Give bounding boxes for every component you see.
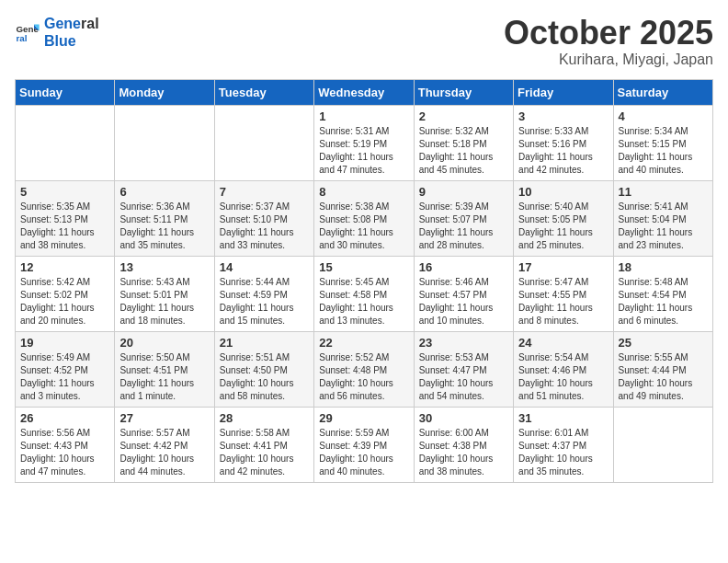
day-number: 20 bbox=[119, 336, 209, 350]
calendar-cell: 21Sunrise: 5:51 AM Sunset: 4:50 PM Dayli… bbox=[214, 331, 313, 407]
day-info: Sunrise: 5:31 AM Sunset: 5:19 PM Dayligh… bbox=[319, 125, 408, 177]
day-info: Sunrise: 5:41 AM Sunset: 5:04 PM Dayligh… bbox=[619, 201, 708, 252]
day-info: Sunrise: 5:53 AM Sunset: 4:47 PM Dayligh… bbox=[419, 351, 508, 403]
calendar-week-5: 26Sunrise: 5:56 AM Sunset: 4:43 PM Dayli… bbox=[16, 407, 713, 482]
calendar-cell bbox=[16, 105, 115, 180]
calendar-cell: 9Sunrise: 5:39 AM Sunset: 5:07 PM Daylig… bbox=[414, 180, 513, 256]
day-info: Sunrise: 5:59 AM Sunset: 4:39 PM Dayligh… bbox=[319, 427, 408, 478]
calendar-cell: 18Sunrise: 5:48 AM Sunset: 4:54 PM Dayli… bbox=[613, 256, 712, 331]
calendar-table: SundayMondayTuesdayWednesdayThursdayFrid… bbox=[15, 79, 713, 483]
day-number: 25 bbox=[619, 336, 708, 350]
day-info: Sunrise: 5:42 AM Sunset: 5:02 PM Dayligh… bbox=[20, 276, 109, 327]
calendar-cell bbox=[613, 407, 712, 482]
day-number: 28 bbox=[220, 411, 309, 425]
calendar-week-2: 5Sunrise: 5:35 AM Sunset: 5:13 PM Daylig… bbox=[16, 180, 713, 256]
day-number: 27 bbox=[119, 411, 209, 425]
calendar-subtitle: Kurihara, Miyagi, Japan bbox=[504, 52, 713, 68]
day-info: Sunrise: 5:58 AM Sunset: 4:41 PM Dayligh… bbox=[220, 427, 309, 478]
calendar-cell: 19Sunrise: 5:49 AM Sunset: 4:52 PM Dayli… bbox=[16, 331, 115, 407]
calendar-cell: 5Sunrise: 5:35 AM Sunset: 5:13 PM Daylig… bbox=[16, 180, 115, 256]
calendar-cell: 6Sunrise: 5:36 AM Sunset: 5:11 PM Daylig… bbox=[115, 180, 214, 256]
day-number: 9 bbox=[419, 185, 508, 199]
weekday-header-saturday: Saturday bbox=[613, 79, 712, 105]
calendar-cell: 7Sunrise: 5:37 AM Sunset: 5:10 PM Daylig… bbox=[214, 180, 313, 256]
title-block: October 2025 Kurihara, Miyagi, Japan bbox=[504, 15, 713, 68]
day-info: Sunrise: 5:49 AM Sunset: 4:52 PM Dayligh… bbox=[20, 351, 109, 403]
calendar-cell: 10Sunrise: 5:40 AM Sunset: 5:05 PM Dayli… bbox=[514, 180, 613, 256]
calendar-cell bbox=[115, 105, 214, 180]
calendar-cell: 16Sunrise: 5:46 AM Sunset: 4:57 PM Dayli… bbox=[414, 256, 513, 331]
page-header: Gene ral General Blue October 2025 Kurih… bbox=[15, 15, 713, 68]
day-number: 12 bbox=[20, 260, 109, 274]
calendar-cell: 31Sunrise: 6:01 AM Sunset: 4:37 PM Dayli… bbox=[514, 407, 613, 482]
day-info: Sunrise: 5:35 AM Sunset: 5:13 PM Dayligh… bbox=[20, 201, 109, 252]
logo-icon: Gene ral bbox=[15, 19, 40, 45]
day-info: Sunrise: 5:46 AM Sunset: 4:57 PM Dayligh… bbox=[419, 276, 508, 327]
day-number: 8 bbox=[319, 185, 408, 199]
calendar-cell: 22Sunrise: 5:52 AM Sunset: 4:48 PM Dayli… bbox=[314, 331, 414, 407]
svg-text:ral: ral bbox=[16, 33, 27, 43]
day-info: Sunrise: 5:43 AM Sunset: 5:01 PM Dayligh… bbox=[119, 276, 209, 327]
day-number: 17 bbox=[518, 260, 608, 274]
weekday-header-sunday: Sunday bbox=[16, 79, 115, 105]
day-number: 11 bbox=[619, 185, 708, 199]
logo: Gene ral General Blue bbox=[15, 15, 99, 50]
day-info: Sunrise: 6:01 AM Sunset: 4:37 PM Dayligh… bbox=[518, 427, 608, 478]
day-number: 26 bbox=[20, 411, 109, 425]
calendar-week-4: 19Sunrise: 5:49 AM Sunset: 4:52 PM Dayli… bbox=[16, 331, 713, 407]
day-info: Sunrise: 5:39 AM Sunset: 5:07 PM Dayligh… bbox=[419, 201, 508, 252]
weekday-header-monday: Monday bbox=[115, 79, 214, 105]
day-info: Sunrise: 5:47 AM Sunset: 4:55 PM Dayligh… bbox=[518, 276, 608, 327]
calendar-week-3: 12Sunrise: 5:42 AM Sunset: 5:02 PM Dayli… bbox=[16, 256, 713, 331]
calendar-cell: 12Sunrise: 5:42 AM Sunset: 5:02 PM Dayli… bbox=[16, 256, 115, 331]
day-number: 29 bbox=[319, 411, 408, 425]
day-info: Sunrise: 5:44 AM Sunset: 4:59 PM Dayligh… bbox=[220, 276, 309, 327]
calendar-cell: 30Sunrise: 6:00 AM Sunset: 4:38 PM Dayli… bbox=[414, 407, 513, 482]
day-number: 23 bbox=[419, 336, 508, 350]
calendar-cell: 27Sunrise: 5:57 AM Sunset: 4:42 PM Dayli… bbox=[115, 407, 214, 482]
calendar-cell: 13Sunrise: 5:43 AM Sunset: 5:01 PM Dayli… bbox=[115, 256, 214, 331]
day-info: Sunrise: 5:34 AM Sunset: 5:15 PM Dayligh… bbox=[619, 125, 708, 177]
day-info: Sunrise: 5:51 AM Sunset: 4:50 PM Dayligh… bbox=[220, 351, 309, 403]
day-info: Sunrise: 5:45 AM Sunset: 4:58 PM Dayligh… bbox=[319, 276, 408, 327]
weekday-header-thursday: Thursday bbox=[414, 79, 513, 105]
day-info: Sunrise: 5:57 AM Sunset: 4:42 PM Dayligh… bbox=[119, 427, 209, 478]
calendar-cell: 3Sunrise: 5:33 AM Sunset: 5:16 PM Daylig… bbox=[514, 105, 613, 180]
logo-text: General Blue bbox=[44, 15, 99, 50]
day-number: 18 bbox=[619, 260, 708, 274]
calendar-cell: 23Sunrise: 5:53 AM Sunset: 4:47 PM Dayli… bbox=[414, 331, 513, 407]
day-number: 21 bbox=[220, 336, 309, 350]
day-info: Sunrise: 5:38 AM Sunset: 5:08 PM Dayligh… bbox=[319, 201, 408, 252]
calendar-cell: 8Sunrise: 5:38 AM Sunset: 5:08 PM Daylig… bbox=[314, 180, 414, 256]
day-info: Sunrise: 5:50 AM Sunset: 4:51 PM Dayligh… bbox=[119, 351, 209, 403]
day-number: 10 bbox=[518, 185, 608, 199]
calendar-cell: 4Sunrise: 5:34 AM Sunset: 5:15 PM Daylig… bbox=[613, 105, 712, 180]
day-number: 19 bbox=[20, 336, 109, 350]
day-number: 31 bbox=[518, 411, 608, 425]
calendar-week-1: 1Sunrise: 5:31 AM Sunset: 5:19 PM Daylig… bbox=[16, 105, 713, 180]
day-info: Sunrise: 5:33 AM Sunset: 5:16 PM Dayligh… bbox=[518, 125, 608, 177]
weekday-header-tuesday: Tuesday bbox=[214, 79, 313, 105]
day-number: 30 bbox=[419, 411, 508, 425]
calendar-cell: 11Sunrise: 5:41 AM Sunset: 5:04 PM Dayli… bbox=[613, 180, 712, 256]
day-number: 1 bbox=[319, 109, 408, 123]
day-info: Sunrise: 5:52 AM Sunset: 4:48 PM Dayligh… bbox=[319, 351, 408, 403]
weekday-header-row: SundayMondayTuesdayWednesdayThursdayFrid… bbox=[16, 79, 713, 105]
calendar-cell: 25Sunrise: 5:55 AM Sunset: 4:44 PM Dayli… bbox=[613, 331, 712, 407]
day-info: Sunrise: 5:36 AM Sunset: 5:11 PM Dayligh… bbox=[119, 201, 209, 252]
calendar-cell: 24Sunrise: 5:54 AM Sunset: 4:46 PM Dayli… bbox=[514, 331, 613, 407]
day-number: 14 bbox=[220, 260, 309, 274]
calendar-cell: 2Sunrise: 5:32 AM Sunset: 5:18 PM Daylig… bbox=[414, 105, 513, 180]
day-info: Sunrise: 5:40 AM Sunset: 5:05 PM Dayligh… bbox=[518, 201, 608, 252]
day-number: 24 bbox=[518, 336, 608, 350]
calendar-cell: 14Sunrise: 5:44 AM Sunset: 4:59 PM Dayli… bbox=[214, 256, 313, 331]
day-info: Sunrise: 5:32 AM Sunset: 5:18 PM Dayligh… bbox=[419, 125, 508, 177]
day-number: 2 bbox=[419, 109, 508, 123]
day-info: Sunrise: 6:00 AM Sunset: 4:38 PM Dayligh… bbox=[419, 427, 508, 478]
calendar-cell: 20Sunrise: 5:50 AM Sunset: 4:51 PM Dayli… bbox=[115, 331, 214, 407]
day-number: 7 bbox=[220, 185, 309, 199]
day-number: 6 bbox=[119, 185, 209, 199]
day-number: 22 bbox=[319, 336, 408, 350]
calendar-cell: 1Sunrise: 5:31 AM Sunset: 5:19 PM Daylig… bbox=[314, 105, 414, 180]
weekday-header-friday: Friday bbox=[514, 79, 613, 105]
